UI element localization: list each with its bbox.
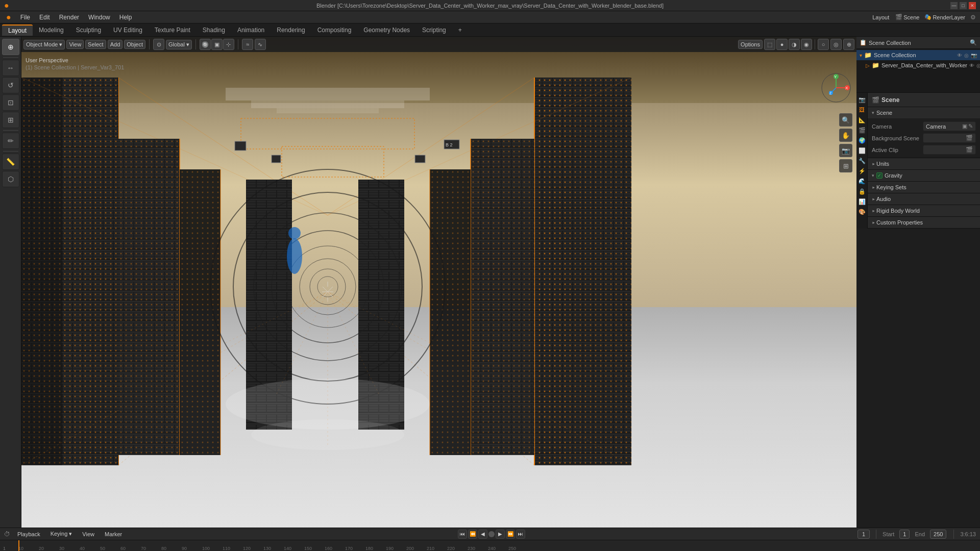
- tab-texture-paint[interactable]: Texture Paint: [149, 25, 197, 35]
- solid-button[interactable]: ●: [776, 39, 788, 50]
- marker-menu[interactable]: Marker: [102, 531, 125, 537]
- snap-toggle[interactable]: 🔘: [200, 39, 211, 50]
- add-menu[interactable]: Add: [108, 40, 123, 49]
- 3d-gizmo[interactable]: Y X Z: [821, 72, 851, 103]
- particles-tab[interactable]: ⚡: [857, 166, 867, 176]
- camera-field[interactable]: Camera ▣ ✎: [923, 121, 976, 131]
- scale-tool-button[interactable]: ⊡: [2, 94, 19, 111]
- server-visibility-icon[interactable]: 👁: [969, 63, 974, 68]
- gravity-section-header[interactable]: ▾ ✓ Gravity: [868, 170, 980, 181]
- pan-icon[interactable]: ✋: [839, 129, 852, 142]
- rendered-button[interactable]: ◉: [801, 39, 812, 50]
- render-icon[interactable]: 📷: [971, 53, 977, 58]
- gizmo-menu[interactable]: ⊕: [843, 39, 854, 50]
- zoom-icon[interactable]: 🔍: [839, 113, 852, 127]
- modifier-tab[interactable]: 🔧: [857, 156, 867, 165]
- xray-button[interactable]: ◎: [830, 39, 842, 50]
- menu-edit[interactable]: Edit: [35, 13, 54, 22]
- add-cube-button[interactable]: ⬡: [2, 171, 19, 187]
- constraints-tab[interactable]: 🔒: [857, 187, 867, 196]
- selectable-icon[interactable]: ◎: [964, 53, 969, 58]
- material-tab[interactable]: 🎨: [857, 207, 867, 216]
- snap-target[interactable]: ⊹: [223, 39, 234, 50]
- object-props-tab[interactable]: ⬜: [857, 146, 867, 155]
- view-layer-tab[interactable]: 📐: [857, 115, 867, 124]
- jump-to-end-button[interactable]: ⏭: [516, 530, 525, 539]
- units-section-header[interactable]: ▾ Units: [868, 158, 980, 169]
- render-props-tab[interactable]: 📷: [857, 95, 867, 104]
- data-tab[interactable]: 📊: [857, 197, 867, 206]
- wireframe-button[interactable]: ⬚: [764, 39, 775, 50]
- output-props-tab[interactable]: 🖼: [857, 105, 867, 114]
- move-tool-button[interactable]: ↔: [2, 60, 19, 76]
- tab-compositing[interactable]: Compositing: [311, 25, 358, 35]
- annotate-tool-button[interactable]: ✏: [2, 133, 19, 149]
- world-props-tab[interactable]: 🌍: [857, 136, 867, 145]
- scene-section-header[interactable]: ▾ Scene: [868, 107, 980, 118]
- step-forward-button[interactable]: ▶: [496, 530, 505, 539]
- tab-rendering[interactable]: Rendering: [271, 25, 311, 35]
- object-mode-selector[interactable]: Object Mode ▾: [23, 40, 65, 49]
- view-menu[interactable]: View: [66, 40, 84, 49]
- options-button[interactable]: Options: [738, 40, 763, 49]
- camera-browse-icon[interactable]: ▣: [962, 123, 967, 130]
- frame-start-field[interactable]: 1: [899, 530, 910, 539]
- tab-modeling[interactable]: Modeling: [33, 25, 70, 35]
- scene-collection-item[interactable]: ▾ 📁 Scene Collection 👁 ◎ 📷: [856, 50, 980, 60]
- menu-help[interactable]: Help: [115, 13, 136, 22]
- server-collection-item[interactable]: ▷ 📁 Server_Data_Center_with_Worker 👁 ◎ 📷: [856, 60, 980, 70]
- measure-tool-button[interactable]: 📏: [2, 154, 19, 170]
- transform-space-selector[interactable]: Global ▾: [166, 40, 192, 49]
- tab-sculpting[interactable]: Sculpting: [70, 25, 107, 35]
- jump-back-button[interactable]: ⏪: [468, 530, 477, 539]
- cursor-tool-button[interactable]: ⊕: [2, 39, 19, 55]
- menu-window[interactable]: Window: [84, 13, 114, 22]
- rotate-tool-button[interactable]: ↺: [2, 77, 19, 93]
- proportional-falloff[interactable]: ≈: [242, 39, 253, 50]
- close-button[interactable]: ✕: [969, 2, 976, 9]
- audio-section-header[interactable]: ▾ Audio: [868, 193, 980, 205]
- snap-element[interactable]: ▣: [211, 39, 223, 50]
- bg-browse-icon[interactable]: 🎬: [966, 135, 973, 141]
- grid-view-icon[interactable]: ⊞: [839, 159, 852, 172]
- server-selectable-icon[interactable]: ◎: [976, 63, 980, 68]
- proportional-connected[interactable]: ∿: [255, 39, 266, 50]
- camera-edit-icon[interactable]: ✎: [968, 123, 973, 130]
- step-back-button[interactable]: ◀: [478, 530, 487, 539]
- tab-shading[interactable]: Shading: [197, 25, 231, 35]
- playback-menu[interactable]: Playback: [14, 531, 43, 537]
- tab-uv-editing[interactable]: UV Editing: [107, 25, 149, 35]
- overlay-button[interactable]: ○: [818, 39, 829, 50]
- background-scene-field[interactable]: 🎬: [923, 133, 976, 143]
- custom-props-header[interactable]: ▾ Custom Properties: [868, 217, 980, 228]
- current-frame-field[interactable]: 1: [857, 530, 870, 539]
- play-pause-button[interactable]: [488, 531, 495, 537]
- clip-browse-icon[interactable]: 🎬: [966, 146, 973, 153]
- tab-animation[interactable]: Animation: [231, 25, 271, 35]
- proportional-edit-button[interactable]: ⊙: [153, 39, 164, 50]
- menu-render[interactable]: Render: [55, 13, 83, 22]
- visibility-icon[interactable]: 👁: [957, 53, 962, 58]
- tab-geometry-nodes[interactable]: Geometry Nodes: [357, 25, 416, 35]
- object-menu[interactable]: Object: [124, 40, 145, 49]
- jump-to-start-button[interactable]: ⏮: [458, 530, 467, 539]
- keying-menu[interactable]: Keying ▾: [47, 531, 76, 537]
- gravity-checkbox[interactable]: ✓: [876, 172, 883, 179]
- outliner-search-icon[interactable]: 🔍: [970, 39, 977, 46]
- physics-tab[interactable]: 🌊: [857, 177, 867, 186]
- tab-add[interactable]: +: [452, 25, 468, 35]
- frame-end-field[interactable]: 250: [930, 530, 946, 539]
- frame-ruler[interactable]: 1 10 20 30 40 50 60 70 80 90 100 110 120…: [0, 540, 980, 551]
- camera-view-icon[interactable]: 📷: [839, 144, 852, 157]
- select-menu[interactable]: Select: [85, 40, 106, 49]
- tab-scripting[interactable]: Scripting: [416, 25, 452, 35]
- jump-forward-button[interactable]: ⏩: [506, 530, 515, 539]
- timeline-view-menu[interactable]: View: [79, 531, 97, 537]
- rigid-body-world-header[interactable]: ▾ Rigid Body World: [868, 205, 980, 216]
- active-clip-field[interactable]: 🎬: [923, 145, 976, 155]
- menu-file[interactable]: File: [16, 13, 34, 22]
- maximize-button[interactable]: □: [960, 2, 967, 9]
- scene-props-tab[interactable]: 🎬: [857, 126, 867, 135]
- viewport[interactable]: B 2: [21, 37, 856, 528]
- menu-blender[interactable]: ●: [2, 12, 15, 23]
